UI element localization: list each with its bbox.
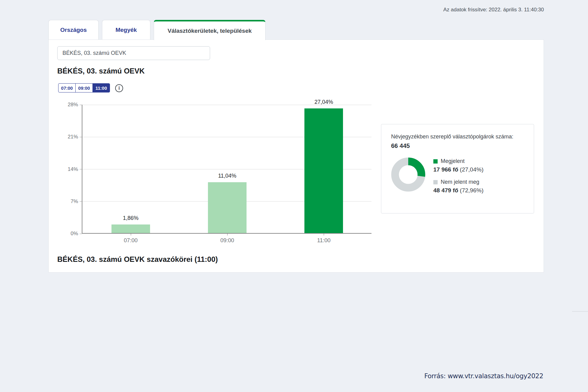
legend-value-megjelent: 17 966 fő [433, 166, 458, 173]
legend-item-megjelent: Megjelent 17 966 fő (27,04%) [433, 158, 484, 173]
y-axis-label-21%: 21% [60, 134, 78, 140]
data-updated-timestamp: Az adatok frissítve: 2022. április 3. 11… [443, 7, 544, 13]
y-axis-tick [80, 137, 82, 137]
y-axis-tick [80, 105, 82, 105]
page: Az adatok frissítve: 2022. április 3. 11… [0, 0, 588, 392]
turnout-bar-11:00[interactable] [304, 108, 343, 233]
x-axis-label-09:00: 09:00 [209, 237, 246, 244]
time-toggle-0900[interactable]: 09:00 [75, 83, 93, 92]
x-axis-label-07:00: 07:00 [112, 237, 149, 244]
time-toggle-0700[interactable]: 07:00 [58, 83, 76, 92]
legend-pct-megjelent: (27,04%) [460, 166, 484, 173]
legend-swatch-green [433, 159, 438, 164]
legend-label-nem-jelent-meg: Nem jelent meg [441, 179, 479, 185]
y-axis-tick [80, 169, 82, 169]
tab-megyek[interactable]: Megyék [102, 20, 150, 40]
source-footer: Forrás: www.vtr.valasztas.hu/ogy2022 [424, 372, 543, 380]
y-axis-label-7%: 7% [60, 198, 78, 205]
legend-pct-nem-jelent-meg: (72,96%) [460, 187, 484, 194]
page-edge-divider [572, 311, 588, 312]
y-axis-tick [80, 201, 82, 202]
turnout-bar-chart: 0%7%14%21%28%1,86%07:0011,04%09:0027,04%… [82, 105, 371, 234]
summary-title: Névjegyzékben szereplő választópolgárok … [391, 134, 524, 140]
turnout-bar-09:00[interactable] [208, 182, 247, 233]
y-axis-label-28%: 28% [60, 102, 78, 108]
tab-valasztokeruletek[interactable]: Választókerületek, települések [154, 20, 266, 40]
voter-summary-panel: Névjegyzékben szereplő választópolgárok … [381, 124, 534, 213]
legend-label-megjelent: Megjelent [441, 158, 465, 164]
tab-megyek-label: Megyék [115, 27, 137, 33]
precincts-section-heading: BÉKÉS, 03. számú OEVK szavazókörei (11:0… [57, 255, 218, 264]
legend-value-nem-jelent-meg: 48 479 fő [433, 187, 458, 194]
x-axis-label-11:00: 11:00 [305, 237, 342, 244]
turnout-donut-chart [391, 157, 425, 192]
time-toggle-group: 07:00 09:00 11:00 [58, 83, 110, 92]
legend-item-nem-jelent-meg: Nem jelent meg 48 479 fő (72,96%) [433, 179, 484, 194]
district-heading: BÉKÉS, 03. számú OEVK [57, 67, 145, 75]
bar-value-label-09:00: 11,04% [206, 173, 249, 179]
y-axis-label-0%: 0% [60, 231, 78, 237]
summary-total: 66 445 [391, 142, 524, 149]
bar-value-label-07:00: 1,86% [109, 215, 152, 221]
info-icon[interactable] [115, 84, 123, 92]
legend-swatch-gray [433, 180, 438, 184]
y-axis-tick [80, 234, 82, 234]
district-search-input[interactable] [57, 46, 210, 60]
x-axis-tick [131, 234, 131, 236]
time-toggle-1100[interactable]: 11:00 [92, 83, 110, 92]
x-axis-tick [227, 234, 228, 236]
tab-orszagos[interactable]: Országos [48, 20, 99, 40]
turnout-bar-07:00[interactable] [111, 224, 150, 233]
donut-legend: Megjelent 17 966 fő (27,04%) Nem jelent … [433, 157, 484, 194]
bar-value-label-11:00: 27,04% [302, 99, 345, 105]
y-axis-label-14%: 14% [60, 166, 78, 172]
tab-orszagos-label: Országos [60, 27, 87, 33]
x-axis-tick [324, 234, 324, 236]
tab-valasztokeruletek-label: Választókerületek, települések [168, 28, 252, 34]
